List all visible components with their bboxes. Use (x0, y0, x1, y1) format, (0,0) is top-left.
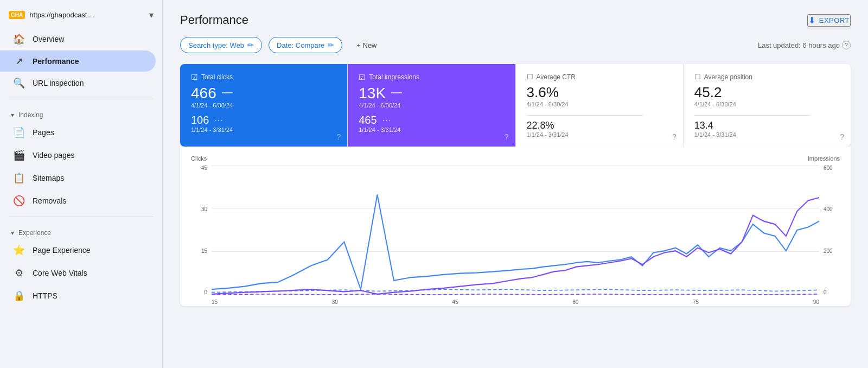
y-label: 200 (824, 248, 833, 254)
indexing-section-header[interactable]: ▾ Indexing (0, 104, 162, 121)
sidebar-item-core-web-vitals[interactable]: ⚙ Core Web Vitals (0, 262, 156, 284)
trending-up-icon: ↗ (13, 56, 25, 66)
metric-label: Total impressions (369, 73, 419, 81)
metric-value-primary: 466 (191, 85, 216, 102)
metric-value-primary: 13K (359, 85, 386, 102)
y-label: 600 (824, 165, 833, 171)
metric-card-total-impressions[interactable]: ☑ Total impressions 13K 4/1/24 - 6/30/24… (348, 64, 515, 147)
y-axis-right: 600 400 200 0 (820, 165, 840, 295)
sidebar-item-label: Core Web Vitals (33, 269, 87, 277)
y-label: 0 (824, 289, 827, 295)
y-axis-right-label: Impressions (808, 155, 840, 162)
help-icon: ? (840, 132, 844, 141)
sidebar-item-removals[interactable]: 🚫 Removals (0, 189, 156, 212)
sidebar-item-label: URL inspection (33, 79, 84, 87)
metric-label: Average position (704, 73, 752, 81)
metric-value-secondary: 106 (191, 114, 209, 126)
divider (9, 99, 154, 99)
chart-container: Clicks Impressions 45 30 15 0 600 400 20… (180, 147, 851, 306)
help-icon: ? (336, 132, 341, 141)
y-axis-left-label: Clicks (191, 155, 207, 162)
metric-header: ☐ Average position (694, 73, 840, 81)
metric-date-primary: 4/1/24 - 6/30/24 (694, 101, 840, 107)
new-filter-label: + New (356, 41, 376, 49)
pages-icon: 📄 (13, 126, 25, 138)
sidebar-item-video-pages[interactable]: 🎬 Video pages (0, 144, 156, 167)
sidebar-item-label: Video pages (33, 151, 75, 160)
page-title: Performance (180, 13, 248, 27)
y-label: 45 (201, 165, 207, 171)
x-label: 15 (212, 299, 218, 305)
metric-value-primary: 45.2 (694, 84, 840, 101)
home-icon: 🏠 (13, 33, 25, 45)
metric-header: ☑ Total clicks (191, 73, 336, 81)
sidebar-item-label: HTTPS (33, 291, 58, 300)
sidebar-item-page-experience[interactable]: ⭐ Page Experience (0, 239, 156, 262)
sidebar-item-https[interactable]: 🔒 HTTPS (0, 284, 156, 307)
metric-header: ☑ Total impressions (359, 73, 504, 81)
chevron-down-icon: ▾ (149, 10, 154, 20)
x-label: 60 (572, 299, 578, 305)
new-filter-button[interactable]: + New (349, 38, 384, 53)
metric-label: Average CTR (537, 73, 576, 81)
collapse-icon: ▾ (11, 111, 14, 119)
performance-chart (212, 165, 819, 295)
core-web-vitals-icon: ⚙ (13, 267, 25, 279)
metric-value-secondary: 13.4 (694, 120, 840, 131)
metric-date-secondary: 1/1/24 - 3/31/24 (694, 131, 840, 138)
removals-icon: 🚫 (13, 195, 25, 207)
metrics-row: ☑ Total clicks 466 4/1/24 - 6/30/24 106 … (180, 64, 851, 147)
section-label: Indexing (18, 111, 43, 119)
sidebar-item-label: Sitemaps (33, 174, 64, 182)
x-label: 90 (813, 299, 819, 305)
metric-value-secondary: 22.8% (527, 120, 672, 131)
y-label: 30 (201, 206, 207, 212)
sidebar-item-overview[interactable]: 🏠 Overview (0, 28, 156, 50)
filter-label: Search type: Web (188, 41, 244, 49)
metric-card-average-position[interactable]: ☐ Average position 45.2 4/1/24 - 6/30/24… (684, 64, 851, 147)
ellipsis-icon: ··· (382, 116, 391, 125)
last-updated: Last updated: 6 hours ago ? (758, 41, 851, 49)
date-filter[interactable]: Date: Compare ✏ (269, 37, 342, 53)
divider (527, 115, 643, 116)
sidebar-item-label: Performance (33, 57, 79, 66)
sidebar-item-label: Page Experience (33, 246, 91, 255)
sidebar-item-label: Removals (33, 196, 66, 205)
export-button[interactable]: ⬇ EXPORT (807, 14, 851, 27)
ellipsis-icon: ··· (214, 116, 223, 125)
y-label: 0 (204, 289, 207, 295)
divider (9, 217, 154, 217)
site-selector[interactable]: GHA https://ghapodcast.... ▾ (0, 5, 162, 28)
x-label: 30 (332, 299, 338, 305)
minus-icon (222, 92, 233, 94)
help-icon: ? (505, 132, 509, 141)
sidebar-item-performance[interactable]: ↗ Performance (0, 50, 156, 72)
page-experience-icon: ⭐ (13, 244, 25, 256)
x-label: 45 (452, 299, 458, 305)
sitemaps-icon: 📋 (13, 172, 25, 184)
checkbox-checked-icon: ☑ (359, 73, 366, 81)
metric-card-total-clicks[interactable]: ☑ Total clicks 466 4/1/24 - 6/30/24 106 … (180, 64, 348, 147)
divider (694, 115, 811, 116)
x-label: 75 (693, 299, 699, 305)
metric-card-average-ctr[interactable]: ☐ Average CTR 3.6% 4/1/24 - 6/30/24 22.8… (516, 64, 684, 147)
sidebar-item-pages[interactable]: 📄 Pages (0, 121, 156, 144)
site-url: https://ghapodcast.... (29, 11, 95, 19)
page-header: Performance ⬇ EXPORT (180, 13, 851, 27)
sidebar-item-url-inspection[interactable]: 🔍 URL inspection (0, 72, 156, 94)
search-type-filter[interactable]: Search type: Web ✏ (180, 37, 262, 53)
sidebar-item-label: Pages (33, 128, 54, 137)
main-content: Performance ⬇ EXPORT Search type: Web ✏ … (163, 0, 868, 368)
x-axis-labels: 15 30 45 60 75 90 (212, 299, 819, 305)
filter-bar: Search type: Web ✏ Date: Compare ✏ + New… (180, 37, 851, 53)
metric-date-primary: 4/1/24 - 6/30/24 (191, 102, 336, 109)
experience-section-header[interactable]: ▾ Experience (0, 221, 162, 239)
sidebar-item-sitemaps[interactable]: 📋 Sitemaps (0, 167, 156, 189)
metric-header: ☐ Average CTR (527, 73, 672, 81)
sidebar: GHA https://ghapodcast.... ▾ 🏠 Overview … (0, 0, 163, 368)
metric-date-primary: 4/1/24 - 6/30/24 (359, 102, 504, 109)
site-badge: GHA (9, 11, 25, 19)
y-label: 15 (201, 248, 207, 254)
lock-icon: 🔒 (13, 290, 25, 302)
help-icon: ? (842, 41, 851, 49)
